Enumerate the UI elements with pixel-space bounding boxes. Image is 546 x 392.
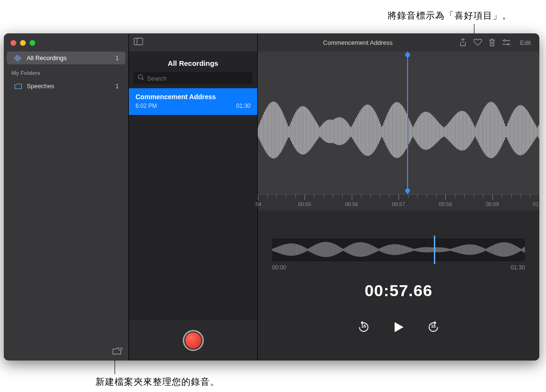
folder-icon bbox=[13, 83, 23, 89]
recordings-list-column: All Recordings Commencement Address 6:02… bbox=[129, 33, 258, 361]
sidebar: All Recordings 1 My Folders Speeches 1 bbox=[4, 33, 129, 361]
record-button[interactable] bbox=[183, 330, 204, 351]
play-button[interactable] bbox=[392, 320, 405, 334]
overview-start-time: 00:00 bbox=[272, 264, 286, 271]
toggle-sidebar-button[interactable] bbox=[134, 38, 143, 47]
recording-title: Commencement Address bbox=[136, 93, 251, 101]
sidebar-icon bbox=[134, 38, 143, 45]
sidebar-folder-count: 1 bbox=[116, 83, 119, 90]
waveform-icon bbox=[13, 55, 23, 62]
window-controls bbox=[4, 33, 128, 49]
play-icon bbox=[392, 320, 405, 334]
skip-back-button[interactable]: 15 bbox=[357, 320, 371, 334]
tick-label: :54 bbox=[254, 201, 261, 207]
waveform-overview[interactable] bbox=[272, 238, 525, 261]
recording-time: 6:02 PM bbox=[136, 103, 157, 109]
trash-icon bbox=[489, 38, 495, 47]
svg-point-13 bbox=[504, 40, 505, 41]
settings-button[interactable] bbox=[502, 39, 511, 46]
callout-favorite: 將錄音標示為「喜好項目」。 bbox=[388, 10, 512, 22]
sidebar-folder-label: Speeches bbox=[27, 83, 54, 90]
record-icon bbox=[185, 332, 201, 349]
tick-label: 00:58 bbox=[439, 201, 452, 207]
sidebar-all-recordings-label: All Recordings bbox=[27, 54, 67, 62]
zoom-window-button[interactable] bbox=[30, 40, 35, 46]
sidebar-folder-speeches[interactable]: Speeches 1 bbox=[7, 80, 126, 93]
search-icon bbox=[137, 74, 144, 83]
sidebar-my-folders-header: My Folders bbox=[4, 67, 128, 77]
heart-icon bbox=[473, 39, 482, 46]
recording-duration: 01:30 bbox=[236, 103, 251, 109]
playhead[interactable] bbox=[407, 52, 408, 194]
svg-point-15 bbox=[507, 43, 509, 45]
recording-list-item[interactable]: Commencement Address 6:02 PM 01:30 bbox=[129, 88, 257, 115]
svg-rect-8 bbox=[134, 38, 143, 45]
edit-button[interactable]: Edit bbox=[517, 38, 534, 47]
sidebar-all-recordings[interactable]: All Recordings 1 bbox=[7, 52, 126, 64]
recordings-list-title: All Recordings bbox=[129, 52, 257, 72]
overview-playhead[interactable] bbox=[434, 236, 435, 264]
new-folder-button[interactable] bbox=[112, 347, 123, 356]
voice-memos-window: All Recordings 1 My Folders Speeches 1 bbox=[4, 33, 539, 361]
recording-title-main: Commencement Address bbox=[263, 39, 452, 46]
callout-favorite-line bbox=[474, 24, 474, 34]
current-time-display: 00:57.66 bbox=[365, 281, 432, 300]
main-toolbar: Commencement Address Edit bbox=[258, 33, 539, 52]
svg-line-11 bbox=[142, 79, 144, 81]
favorite-button[interactable] bbox=[473, 39, 482, 46]
share-icon bbox=[459, 38, 467, 47]
delete-button[interactable] bbox=[489, 38, 495, 47]
sidebar-all-recordings-count: 1 bbox=[116, 54, 119, 62]
search-input[interactable] bbox=[134, 72, 252, 84]
playback-panel: Commencement Address Edit :5400:5500:560… bbox=[258, 33, 539, 361]
new-folder-icon bbox=[112, 347, 123, 356]
callout-new-folder: 新建檔案夾來整理您的錄音。 bbox=[95, 376, 220, 388]
share-button[interactable] bbox=[459, 38, 467, 47]
skip-forward-button[interactable]: 15 bbox=[426, 320, 441, 334]
close-window-button[interactable] bbox=[10, 40, 16, 46]
overview-end-time: 01:30 bbox=[511, 264, 525, 271]
tick-label: 00:57 bbox=[392, 201, 405, 207]
waveform-detail[interactable] bbox=[258, 52, 539, 195]
tick-label: 00:55 bbox=[298, 201, 312, 207]
svg-point-10 bbox=[138, 75, 143, 79]
minimize-window-button[interactable] bbox=[20, 40, 26, 46]
sliders-icon bbox=[502, 39, 511, 46]
tick-label: 00:56 bbox=[345, 201, 358, 207]
callout-new-folder-line bbox=[115, 360, 115, 374]
timeline-ruler[interactable]: :5400:5500:5600:5700:5800:5901:00 bbox=[258, 195, 539, 211]
tick-label: 00:59 bbox=[486, 201, 499, 207]
tick-label: 01:00 bbox=[533, 201, 539, 207]
transport-controls: 15 15 bbox=[357, 320, 441, 334]
